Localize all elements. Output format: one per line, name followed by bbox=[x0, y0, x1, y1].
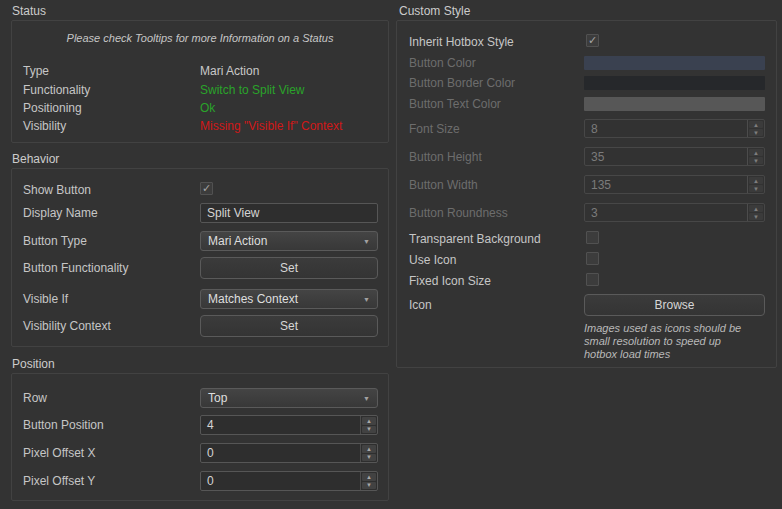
button-border-color-row: Button Border Color bbox=[397, 76, 776, 90]
pixel-offset-y-row: Pixel Offset Y 0 ▲ ▼ bbox=[12, 471, 388, 491]
transparent-background-checkbox[interactable] bbox=[586, 231, 599, 244]
display-name-label: Display Name bbox=[23, 206, 98, 220]
spin-up-button[interactable]: ▲ bbox=[362, 445, 376, 453]
pixel-offset-y-value: 0 bbox=[201, 472, 360, 490]
inherit-hotbox-style-checkbox[interactable]: ✓ bbox=[586, 34, 599, 47]
fixed-icon-size-checkbox[interactable] bbox=[586, 273, 599, 286]
set-functionality-button[interactable]: Set bbox=[200, 257, 378, 279]
pixel-offset-x-row: Pixel Offset X 0 ▲ ▼ bbox=[12, 443, 388, 463]
spinner-buttons: ▲ ▼ bbox=[360, 444, 377, 462]
button-text-color-swatch bbox=[584, 97, 765, 111]
button-text-color-row: Button Text Color bbox=[397, 97, 776, 111]
spin-down-button[interactable]: ▼ bbox=[362, 426, 376, 434]
button-text-color-label: Button Text Color bbox=[409, 97, 501, 111]
button-type-value: Mari Action bbox=[208, 234, 267, 248]
position-group-title: Position bbox=[12, 357, 55, 373]
spin-down-button: ▼ bbox=[749, 157, 763, 164]
status-note: Please check Tooltips for more Informati… bbox=[12, 32, 388, 44]
row-value: Top bbox=[208, 391, 227, 405]
status-row-value: Mari Action bbox=[200, 64, 259, 78]
spinner-buttons: ▲ ▼ bbox=[360, 416, 377, 434]
display-name-row: Display Name Split View bbox=[12, 203, 388, 223]
use-icon-label: Use Icon bbox=[409, 253, 456, 267]
button-position-value: 4 bbox=[201, 416, 360, 434]
row-select[interactable]: Top ▼ bbox=[200, 388, 378, 408]
visibility-context-row: Visibility Context Set bbox=[12, 315, 388, 337]
button-height-row: Button Height 35 ▲ ▼ bbox=[397, 147, 776, 166]
icon-usage-note: Images used as icons should be small res… bbox=[584, 322, 779, 361]
status-row: Visibility Missing "Visible If" Context bbox=[12, 119, 388, 133]
icon-row: Icon Browse bbox=[397, 294, 776, 316]
spin-down-icon: ▼ bbox=[366, 482, 372, 488]
display-name-value: Split View bbox=[207, 206, 259, 220]
button-type-row: Button Type Mari Action ▼ bbox=[12, 231, 388, 251]
button-functionality-row: Button Functionality Set bbox=[12, 257, 388, 279]
status-row-value: Missing "Visible If" Context bbox=[200, 119, 342, 133]
button-position-row: Button Position 4 ▲ ▼ bbox=[12, 415, 388, 435]
custom-style-group: Custom Style Inherit Hotbox Style ✓ Butt… bbox=[396, 4, 777, 368]
inherit-hotbox-style-row: Inherit Hotbox Style ✓ bbox=[397, 34, 776, 49]
position-group-body: Row Top ▼ Button Position 4 ▲ ▼ Pixel Of… bbox=[11, 373, 389, 501]
show-button-checkbox[interactable]: ✓ bbox=[200, 182, 213, 195]
use-icon-checkbox[interactable] bbox=[586, 252, 599, 265]
custom-style-group-title: Custom Style bbox=[399, 4, 470, 20]
spin-down-button[interactable]: ▼ bbox=[362, 454, 376, 462]
row-label: Row bbox=[23, 391, 47, 405]
visible-if-value: Matches Context bbox=[208, 292, 298, 306]
position-group: Position Row Top ▼ Button Position 4 ▲ ▼… bbox=[11, 357, 389, 501]
status-row: Positioning Ok bbox=[12, 101, 388, 115]
spin-up-icon: ▲ bbox=[366, 474, 372, 480]
check-icon: ✓ bbox=[588, 35, 597, 46]
button-position-label: Button Position bbox=[23, 418, 104, 432]
spin-down-icon: ▼ bbox=[366, 454, 372, 460]
inherit-hotbox-style-label: Inherit Hotbox Style bbox=[409, 35, 514, 49]
check-icon: ✓ bbox=[202, 183, 211, 194]
button-roundness-value: 3 bbox=[585, 204, 747, 221]
font-size-row: Font Size 8 ▲ ▼ bbox=[397, 119, 776, 138]
display-name-input[interactable]: Split View bbox=[200, 203, 378, 223]
button-width-label: Button Width bbox=[409, 178, 478, 192]
spin-up-icon: ▲ bbox=[753, 122, 759, 128]
button-color-swatch bbox=[584, 56, 765, 70]
status-row-label: Type bbox=[23, 64, 49, 78]
visible-if-select[interactable]: Matches Context ▼ bbox=[200, 289, 378, 309]
status-row-label: Visibility bbox=[23, 119, 66, 133]
browse-button[interactable]: Browse bbox=[584, 294, 765, 316]
icon-label: Icon bbox=[409, 298, 432, 312]
spinner-buttons: ▲ ▼ bbox=[747, 148, 764, 165]
spin-down-icon: ▼ bbox=[753, 130, 759, 136]
button-roundness-spinner: 3 ▲ ▼ bbox=[584, 203, 765, 222]
pixel-offset-y-spinner[interactable]: 0 ▲ ▼ bbox=[200, 471, 378, 491]
pixel-offset-x-spinner[interactable]: 0 ▲ ▼ bbox=[200, 443, 378, 463]
visibility-context-label: Visibility Context bbox=[23, 319, 111, 333]
spin-down-button[interactable]: ▼ bbox=[362, 482, 376, 490]
button-functionality-label: Button Functionality bbox=[23, 261, 128, 275]
spin-down-icon: ▼ bbox=[753, 158, 759, 164]
pixel-offset-y-label: Pixel Offset Y bbox=[23, 474, 95, 488]
chevron-down-icon: ▼ bbox=[363, 296, 370, 303]
visible-if-row: Visible If Matches Context ▼ bbox=[12, 289, 388, 309]
status-row-value: Ok bbox=[200, 101, 215, 115]
status-row-label: Positioning bbox=[23, 101, 82, 115]
show-button-row: Show Button ✓ bbox=[12, 182, 388, 197]
spin-up-button: ▲ bbox=[749, 121, 763, 128]
button-position-spinner[interactable]: 4 ▲ ▼ bbox=[200, 415, 378, 435]
spin-up-button: ▲ bbox=[749, 205, 763, 212]
spinner-buttons: ▲ ▼ bbox=[747, 176, 764, 193]
custom-style-group-body: Inherit Hotbox Style ✓ Button Color Butt… bbox=[396, 20, 777, 368]
button-height-value: 35 bbox=[585, 148, 747, 165]
behavior-group-title: Behavior bbox=[12, 152, 59, 168]
status-group: Status Please check Tooltips for more In… bbox=[11, 4, 389, 143]
visible-if-label: Visible If bbox=[23, 292, 68, 306]
status-group-title: Status bbox=[12, 4, 46, 20]
spin-up-icon: ▲ bbox=[753, 178, 759, 184]
spin-up-button[interactable]: ▲ bbox=[362, 417, 376, 425]
button-color-row: Button Color bbox=[397, 56, 776, 70]
spin-up-button[interactable]: ▲ bbox=[362, 473, 376, 481]
status-row: Functionality Switch to Split View bbox=[12, 83, 388, 97]
button-type-select[interactable]: Mari Action ▼ bbox=[200, 231, 378, 251]
set-visibility-context-button[interactable]: Set bbox=[200, 315, 378, 337]
status-group-body: Please check Tooltips for more Informati… bbox=[11, 20, 389, 143]
chevron-down-icon: ▼ bbox=[363, 395, 370, 402]
spin-up-button: ▲ bbox=[749, 177, 763, 184]
